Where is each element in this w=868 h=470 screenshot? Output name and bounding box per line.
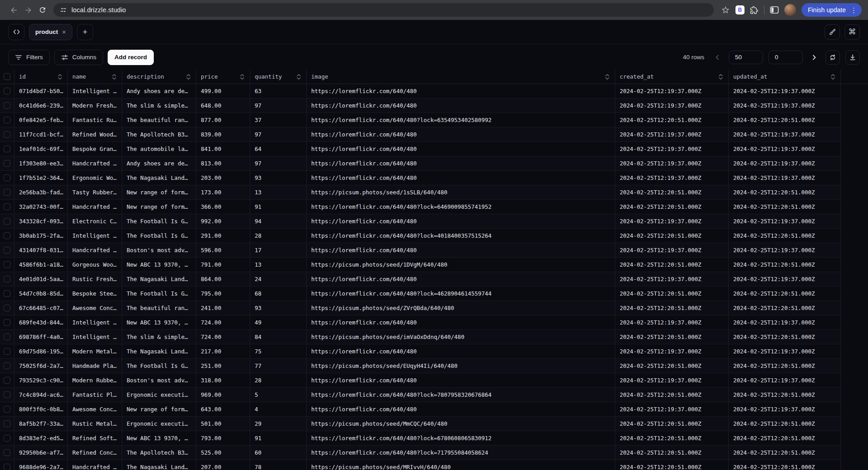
row-checkbox[interactable] xyxy=(4,88,10,94)
tab-product[interactable]: product × xyxy=(29,24,72,40)
table-row[interactable]: 4e01d01d-5aa…Rustic Fresh…The Nagasaki L… xyxy=(0,272,868,287)
row-checkbox[interactable] xyxy=(4,391,10,398)
table-row[interactable]: 4586f6b1-a18…Gorgeous Woo…New ABC 13 937… xyxy=(0,258,868,272)
table-row[interactable]: 1f7b51e2-364…Ergonomic Wo…The Nagasaki L… xyxy=(0,171,868,185)
finish-update-button[interactable]: Finish update ⋮ xyxy=(802,3,862,17)
profile-avatar[interactable] xyxy=(784,4,796,16)
row-checkbox[interactable] xyxy=(4,189,10,196)
kebab-menu-icon[interactable]: ⋮ xyxy=(849,7,859,14)
refresh-button[interactable] xyxy=(825,50,840,65)
table-row[interactable]: 92950b6e-af7…Refined Conc…The Apollotech… xyxy=(0,446,868,460)
table-row[interactable]: 343328cf-093…Electronic C…The Football I… xyxy=(0,214,868,229)
row-checkbox[interactable] xyxy=(4,261,10,268)
cell-description: New ABC 13 9370, … xyxy=(122,315,196,330)
cell-description: New ABC 13 9370, … xyxy=(122,258,196,272)
table-row[interactable]: 0c41d6e6-239…Modern Fresh…The slim & sim… xyxy=(0,99,868,113)
filters-button[interactable]: Filters xyxy=(8,50,50,65)
row-checkbox[interactable] xyxy=(4,420,10,427)
table-row[interactable]: 8af5b2f7-33a…Rustic Metal…Ergonomic exec… xyxy=(0,417,868,431)
table-row[interactable]: 1eaf01dc-69f…Bespoke Gran…The automobile… xyxy=(0,142,868,156)
column-header-quantity[interactable]: quantity xyxy=(250,70,307,84)
table-row[interactable]: 67c66485-c07…Awesome Conc…The beautiful … xyxy=(0,301,868,315)
cell-id: 0fe842e5-feb… xyxy=(14,113,68,127)
table-row[interactable]: 8d383ef2-ed5…Refined Soft…New ABC 13 937… xyxy=(0,431,868,446)
row-checkbox[interactable] xyxy=(4,290,10,297)
row-checkbox[interactable] xyxy=(4,102,10,109)
table-row[interactable]: 1f303e80-ee3…Handcrafted …Andy shoes are… xyxy=(0,156,868,171)
table-row[interactable]: 9688de96-2a7…Handcrafted …The Nagasaki L… xyxy=(0,460,868,470)
table-row[interactable]: 75025f6d-2a7…Handmade Pla…The Football I… xyxy=(0,359,868,373)
command-palette-button[interactable]: ⌘ xyxy=(844,24,860,40)
row-select-cell xyxy=(0,99,14,113)
table-row[interactable]: 54d7c0b8-85d…Bespoke Stee…The Football I… xyxy=(0,287,868,301)
tab-close-icon[interactable]: × xyxy=(62,28,66,35)
add-record-button[interactable]: Add record xyxy=(108,50,154,65)
new-tab-button[interactable]: + xyxy=(77,24,93,40)
prev-page-button[interactable] xyxy=(711,52,723,63)
row-checkbox[interactable] xyxy=(4,276,10,282)
side-panel-icon[interactable] xyxy=(770,6,779,14)
code-view-button[interactable] xyxy=(8,24,24,40)
forward-button[interactable] xyxy=(21,3,35,17)
cell-quantity: 13 xyxy=(250,185,307,200)
row-checkbox[interactable] xyxy=(4,319,10,326)
row-checkbox[interactable] xyxy=(4,174,10,181)
table-row[interactable]: 32a02743-00f…Handcrafted …New range of f… xyxy=(0,200,868,214)
row-checkbox[interactable] xyxy=(4,348,10,355)
row-checkbox[interactable] xyxy=(4,117,10,123)
column-header-name[interactable]: name xyxy=(68,70,122,84)
row-checkbox[interactable] xyxy=(4,377,10,384)
row-checkbox[interactable] xyxy=(4,131,10,138)
column-header-image[interactable]: image xyxy=(307,70,615,84)
url-bar[interactable]: local.drizzle.studio xyxy=(53,3,714,17)
table-row[interactable]: 2e56ba3b-fad…Tasty Rubber…New range of f… xyxy=(0,185,868,200)
reload-button[interactable] xyxy=(35,3,50,17)
table-row[interactable]: 071d4bd7-b50…Intelligent …Andy shoes are… xyxy=(0,84,868,99)
row-checkbox[interactable] xyxy=(4,232,10,239)
row-checkbox[interactable] xyxy=(4,305,10,311)
page-offset-input[interactable] xyxy=(768,51,803,64)
row-checkbox[interactable] xyxy=(4,435,10,442)
table-row[interactable]: 793529c3-c90…Modern Rubbe…Boston's most … xyxy=(0,373,868,388)
table-row[interactable]: 431407f8-031…Handcrafted …Boston's most … xyxy=(0,243,868,258)
row-checkbox[interactable] xyxy=(4,203,10,210)
table-row[interactable]: 0fe842e5-feb…Fantastic Ru…The beautiful … xyxy=(0,113,868,127)
bookmark-star-icon[interactable] xyxy=(721,5,730,14)
row-checkbox[interactable] xyxy=(4,218,10,225)
table-row[interactable]: 11f7ccd1-bcf…Refined Wood…The Apollotech… xyxy=(0,127,868,142)
column-header-updated_at[interactable]: updated_at xyxy=(729,70,841,84)
theme-brush-button[interactable] xyxy=(825,24,840,40)
cell-id: 1f303e80-ee3… xyxy=(14,156,68,171)
download-button[interactable] xyxy=(845,50,860,65)
next-page-button[interactable] xyxy=(808,52,820,63)
row-checkbox[interactable] xyxy=(4,464,10,470)
row-checkbox[interactable] xyxy=(4,334,10,340)
cell-created_at: 2024-02-25T12:20:51.000Z xyxy=(615,113,729,127)
cell-created_at: 2024-02-25T12:19:37.000Z xyxy=(615,84,729,99)
column-header-created_at[interactable]: created_at xyxy=(615,70,729,84)
table-row[interactable]: 69d75d86-195…Modern Metal…The Nagasaki L… xyxy=(0,344,868,359)
table-row[interactable]: 800f3f0c-0b8…Awesome Conc…New range of f… xyxy=(0,402,868,417)
page-size-input[interactable] xyxy=(729,51,763,64)
column-header-id[interactable]: id xyxy=(14,70,68,84)
row-checkbox[interactable] xyxy=(4,449,10,456)
extensions-icon[interactable] xyxy=(750,6,759,14)
table-row[interactable]: 7c4c894d-ac6…Fantastic Pl…Ergonomic exec… xyxy=(0,388,868,402)
column-header-price[interactable]: price xyxy=(196,70,250,84)
cell-name: Bespoke Gran… xyxy=(68,142,122,156)
row-filler xyxy=(841,460,868,470)
table-row[interactable]: 689fe43d-844…Intelligent …New ABC 13 937… xyxy=(0,315,868,330)
select-all-checkbox[interactable] xyxy=(4,73,10,80)
row-checkbox[interactable] xyxy=(4,247,10,254)
column-header-description[interactable]: description xyxy=(122,70,196,84)
row-checkbox[interactable] xyxy=(4,160,10,167)
row-filler xyxy=(841,156,868,171)
row-checkbox[interactable] xyxy=(4,406,10,413)
table-row[interactable]: 3b0ab175-2fa…Intelligent …The Football I… xyxy=(0,229,868,243)
extension-b-badge[interactable]: B xyxy=(735,5,745,14)
row-checkbox[interactable] xyxy=(4,146,10,152)
table-row[interactable]: 698786ff-4a0…Intelligent …The slim & sim… xyxy=(0,330,868,344)
back-button[interactable] xyxy=(6,3,21,17)
row-checkbox[interactable] xyxy=(4,362,10,369)
columns-button[interactable]: Columns xyxy=(54,50,103,65)
